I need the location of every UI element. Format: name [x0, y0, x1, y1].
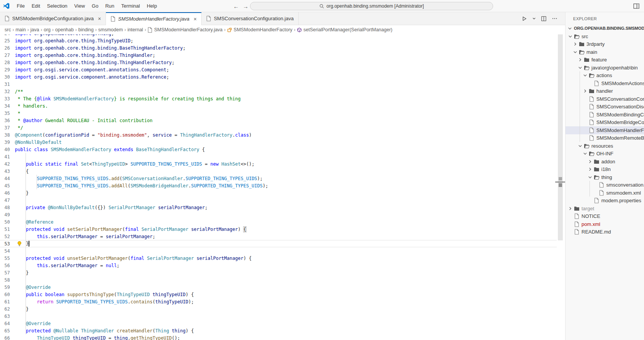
- code-line-47[interactable]: 47: [0, 197, 565, 204]
- code-line-40[interactable]: 40public class SMSModemHandlerFactory ex…: [0, 146, 565, 153]
- code-line-27[interactable]: 27import org.openhab.core.thing.binding.…: [0, 52, 565, 59]
- menu-item-file[interactable]: File: [13, 0, 28, 12]
- file-smsmodembindingconstants-java[interactable]: SMSModemBindingConstants.java: [566, 111, 644, 119]
- code-line-57[interactable]: 57 }: [0, 269, 565, 276]
- menu-item-terminal[interactable]: Terminal: [118, 0, 143, 12]
- file-pom-xml[interactable]: pom.xml: [566, 220, 644, 228]
- tab-smsconversationconfiguration-java[interactable]: SMSConversationConfiguration.java: [202, 12, 299, 25]
- code-line-46[interactable]: 46 }: [0, 189, 565, 197]
- folder-i18n[interactable]: i18n: [566, 166, 644, 174]
- code-line-37[interactable]: 37 */: [0, 124, 565, 131]
- breadcrumb-item-internal[interactable]: internal: [127, 27, 143, 32]
- code-line-26[interactable]: 26import org.openhab.core.thing.binding.…: [0, 44, 565, 52]
- file-notice[interactable]: NOTICE: [566, 213, 644, 221]
- code-line-51[interactable]: 51 protected void setSerialPortManager(f…: [0, 226, 565, 233]
- code-line-41[interactable]: 41: [0, 153, 565, 160]
- code-line-48[interactable]: 48 private @NonNullByDefault({}) SerialP…: [0, 204, 565, 211]
- file-smsconversationconfiguration-java[interactable]: SMSConversationConfiguration.java: [566, 95, 644, 103]
- folder-java-org-openhab-bin[interactable]: java\org\openhab\bin: [566, 64, 644, 72]
- split-editor-button[interactable]: [541, 16, 546, 21]
- history-back-button[interactable]: ←: [233, 3, 239, 9]
- code-line-54[interactable]: 54: [0, 247, 565, 255]
- code-line-30[interactable]: 30import org.osgi.service.component.anno…: [0, 73, 565, 81]
- code-line-66[interactable]: 66 ThingTypeUID thingTypeUID = thing.get…: [0, 334, 565, 340]
- code-line-56[interactable]: 56 this.serialPortManager = null;: [0, 262, 565, 269]
- code-line-65[interactable]: 65 protected @Nullable ThingHandler crea…: [0, 327, 565, 334]
- file-smsconversationdiscoveryservice-java[interactable]: SMSConversationDiscoveryService.java: [566, 103, 644, 111]
- folder-actions[interactable]: actions: [566, 72, 644, 80]
- code-line-44[interactable]: 44 SUPPORTED_THING_TYPES_UIDS.add(SMSCon…: [0, 175, 565, 182]
- menu-item-run[interactable]: Run: [102, 0, 118, 12]
- breadcrumb-item-main[interactable]: main: [16, 27, 26, 32]
- folder-3rdparty[interactable]: 3rdparty: [566, 40, 644, 48]
- breadcrumb-item-setserialportmanager-serialportmanager-[interactable]: setSerialPortManager(SerialPortManager): [297, 27, 392, 32]
- code-line-32[interactable]: 32/**: [0, 88, 565, 95]
- code-line-35[interactable]: 35 *: [0, 110, 565, 117]
- breadcrumb-item-smsmodemhandlerfactory[interactable]: SMSModemHandlerFactory: [227, 27, 292, 32]
- code-line-59[interactable]: 59 @Override: [0, 284, 565, 291]
- code-line-31[interactable]: 31: [0, 81, 565, 88]
- code-line-61[interactable]: 61 return SUPPORTED_THING_TYPES_UIDS.con…: [0, 298, 565, 305]
- close-icon[interactable]: ×: [194, 16, 197, 22]
- customize-layout-button[interactable]: [633, 3, 639, 9]
- sash-grip-top[interactable]: [559, 177, 562, 180]
- folder-oh-inf[interactable]: OH-INF: [566, 150, 644, 158]
- lightbulb-icon[interactable]: [17, 241, 22, 247]
- breadcrumb-item-src[interactable]: src: [5, 27, 11, 32]
- menu-item-go[interactable]: Go: [88, 0, 102, 12]
- folder-src[interactable]: src: [566, 32, 644, 40]
- folder-thing[interactable]: thing: [566, 173, 644, 181]
- run-java-button[interactable]: [522, 16, 527, 21]
- code-line-45[interactable]: 45 SUPPORTED_THING_TYPES_UIDS.addAll(SMS…: [0, 182, 565, 189]
- file-smsmodemremotebridgeconfiguration-java[interactable]: SMSModemRemoteBridgeConfiguration.java: [566, 134, 644, 142]
- code-line-52[interactable]: 52 this.serialPortManager = serialPortMa…: [0, 233, 565, 240]
- code-line-55[interactable]: 55 protected void unsetSerialPortManager…: [0, 255, 565, 262]
- code-line-50[interactable]: 50 @Reference: [0, 218, 565, 226]
- code-line-39[interactable]: 39@NonNullByDefault: [0, 139, 565, 146]
- code-line-34[interactable]: 34 * handlers.: [0, 102, 565, 110]
- file-smsmodemhandlerfactory-java[interactable]: SMSModemHandlerFactory.java: [566, 126, 644, 134]
- file-smsmodembridgeconfiguration-java[interactable]: SMSModemBridgeConfiguration.java: [566, 119, 644, 127]
- code-line-64[interactable]: 64 @Override: [0, 320, 565, 327]
- code-line-38[interactable]: 38@Component(configurationPid = "binding…: [0, 131, 565, 139]
- folder-resources[interactable]: resources: [566, 142, 644, 150]
- breadcrumb-item-java[interactable]: java: [30, 27, 39, 32]
- code-line-42[interactable]: 42 public static final Set<ThingTypeUID>…: [0, 160, 565, 168]
- menu-item-help[interactable]: Help: [143, 0, 160, 12]
- menu-item-selection[interactable]: Selection: [43, 0, 70, 12]
- menu-item-view[interactable]: View: [71, 0, 88, 12]
- breadcrumb-item-smsmodem[interactable]: smsmodem: [98, 27, 123, 32]
- breadcrumb-item-openhab[interactable]: openhab: [55, 27, 74, 32]
- breadcrumb-item-binding[interactable]: binding: [78, 27, 93, 32]
- folder-addon[interactable]: addon: [566, 158, 644, 166]
- folder-feature[interactable]: feature: [566, 56, 644, 64]
- tab-smsmodemhandlerfactory-java[interactable]: SMSModemHandlerFactory.java×: [106, 12, 202, 25]
- code-line-62[interactable]: 62 }: [0, 305, 565, 313]
- breadcrumb-item-smsmodemhandlerfactory-java[interactable]: SMSModemHandlerFactory.java: [147, 27, 223, 33]
- code-line-33[interactable]: 33 * The {@link SMSModemHandlerFactory} …: [0, 95, 565, 102]
- history-forward-button[interactable]: →: [243, 3, 248, 9]
- more-actions-button[interactable]: [552, 16, 557, 21]
- breadcrumb-item-org[interactable]: org: [44, 27, 51, 32]
- folder-target[interactable]: target: [566, 205, 644, 213]
- menu-item-edit[interactable]: Edit: [28, 0, 43, 12]
- close-icon[interactable]: ×: [98, 16, 101, 22]
- code-line-28[interactable]: 28import org.openhab.core.thing.binding.…: [0, 59, 565, 66]
- file-smsmodemactions-java[interactable]: SMSModemActions.java: [566, 79, 644, 87]
- code-line-53[interactable]: 53 }: [0, 240, 565, 247]
- file-smsconversation-xml[interactable]: smsconversation.xml: [566, 181, 644, 189]
- code-line-60[interactable]: 60 public boolean supportsThingType(Thin…: [0, 291, 565, 298]
- code-line-29[interactable]: 29import org.osgi.service.component.anno…: [0, 66, 565, 73]
- sash-grip-line[interactable]: [555, 182, 565, 182]
- code-line-25[interactable]: 25import org.openhab.core.thing.ThingTyp…: [0, 37, 565, 44]
- folder-main[interactable]: main: [566, 48, 644, 56]
- file-readme-md[interactable]: README.md: [566, 228, 644, 236]
- file-smsmodem-xml[interactable]: smsmodem.xml: [566, 189, 644, 197]
- code-line-49[interactable]: 49: [0, 211, 565, 218]
- code-line-58[interactable]: 58: [0, 276, 565, 284]
- code-line-36[interactable]: 36 * @author Gwendal ROULLEAU - Initial …: [0, 117, 565, 124]
- code-line-63[interactable]: 63: [0, 313, 565, 320]
- code-line-24[interactable]: 24import org.openhab.core.thing.Thing;: [0, 34, 565, 37]
- editor-scrollbar-thumb[interactable]: [558, 34, 563, 240]
- command-center-search[interactable]: org.openhab.binding.smsmodem [Administra…: [250, 2, 493, 10]
